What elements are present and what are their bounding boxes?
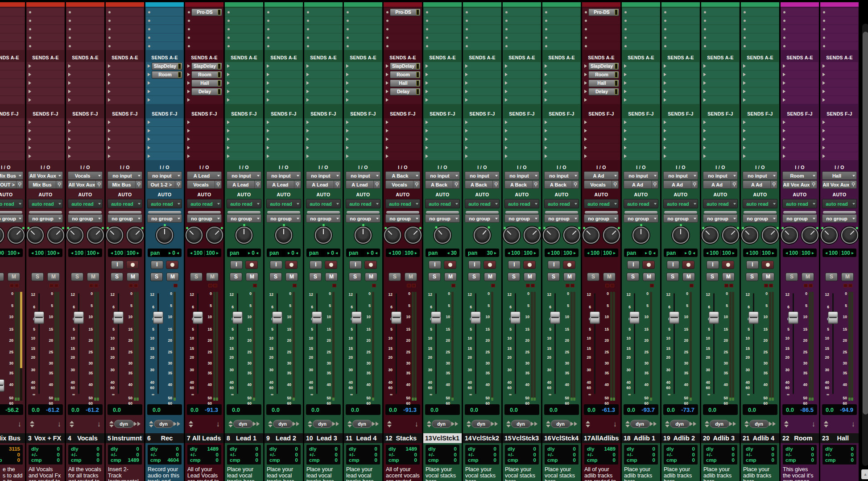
record-arm-button[interactable] [761, 261, 774, 269]
send-slot[interactable] [543, 127, 580, 135]
insert-slot[interactable] [66, 33, 104, 41]
send-slot[interactable] [463, 70, 501, 79]
send-slot[interactable] [622, 70, 660, 79]
solo-button[interactable]: S [190, 273, 203, 281]
send-slot[interactable] [503, 87, 541, 95]
pm-value[interactable]: 0 [772, 452, 774, 458]
pan-display[interactable]: pan▸0◂ [624, 249, 658, 257]
volume-display[interactable]: 0.0 [743, 404, 777, 415]
send-slot[interactable] [186, 135, 223, 143]
send-slot[interactable] [225, 87, 263, 95]
pan-knob[interactable] [87, 227, 104, 244]
input-selector[interactable]: no input [147, 171, 182, 180]
volume-display[interactable]: 0.0 [544, 404, 579, 415]
insert-slot[interactable] [543, 17, 580, 25]
pm-value[interactable]: 0 [732, 452, 735, 458]
insert-slot[interactable] [781, 33, 818, 41]
dyn-button[interactable]: dyn [749, 420, 769, 428]
volume-display[interactable]: 0.0-61.2 [28, 404, 63, 415]
send-slot[interactable] [106, 79, 144, 87]
dly-value[interactable]: 0 [176, 446, 179, 452]
insert-slot[interactable] [424, 25, 461, 33]
insert-slot[interactable] [424, 33, 461, 41]
send-button[interactable]: SlapDelay [390, 62, 421, 70]
mute-button[interactable]: M [762, 273, 774, 281]
volume-display[interactable]: 0.0 [346, 404, 380, 415]
dly-value[interactable]: 1489 [405, 446, 417, 452]
output-selector[interactable]: A Ad⚲ [743, 180, 777, 189]
insert-slot[interactable] [503, 25, 541, 33]
insert-slot[interactable] [543, 33, 580, 41]
pan-knob[interactable] [583, 227, 599, 244]
send-slot[interactable]: Room [186, 70, 223, 79]
send-slot[interactable] [622, 127, 660, 135]
send-button[interactable]: Delay [191, 88, 222, 95]
mute-button[interactable]: M [87, 273, 99, 281]
pan-display[interactable]: pan◂30 [426, 249, 459, 257]
dly-value[interactable]: 0 [811, 446, 814, 452]
mute-button[interactable]: M [444, 273, 457, 281]
insert-slot[interactable]: Pro-DS [186, 8, 223, 16]
send-slot[interactable]: Room [146, 70, 183, 79]
insert-slot[interactable] [384, 25, 422, 33]
send-slot[interactable]: SlapDelay [146, 62, 183, 70]
dyn-button[interactable]: dyn [670, 420, 690, 428]
send-slot[interactable] [821, 96, 858, 104]
narrow-view-arrow-icon[interactable]: ↓ [851, 420, 856, 428]
pan-knob[interactable] [27, 227, 44, 244]
track-name[interactable]: 20Adlib 3 [701, 433, 740, 443]
dly-value[interactable]: 0 [494, 446, 496, 452]
send-slot[interactable] [225, 152, 263, 160]
pan-knob[interactable] [474, 227, 491, 244]
insert-slot[interactable] [503, 42, 541, 50]
send-button[interactable]: Hall [588, 79, 619, 87]
record-arm-button[interactable] [126, 261, 139, 269]
dyn-button[interactable]: dyn [273, 420, 293, 428]
insert-slot[interactable] [106, 17, 144, 25]
fader-cap[interactable] [788, 311, 798, 324]
comment-area[interactable]: All of your adlib tracks are routed to [582, 466, 620, 481]
send-slot[interactable] [543, 62, 580, 70]
send-slot[interactable] [622, 144, 660, 152]
cmp-value[interactable]: 0 [811, 457, 814, 463]
send-slot[interactable] [662, 79, 699, 87]
dyn-graph-icon[interactable] [690, 422, 696, 426]
output-selector[interactable]: Out 1-2 >⚲ [147, 180, 182, 189]
send-slot[interactable] [186, 118, 223, 126]
output-selector[interactable]: Mix Bus⚲ [107, 180, 142, 189]
record-arm-button[interactable] [682, 261, 694, 269]
insert-slot[interactable] [781, 17, 818, 25]
insert-slot[interactable] [305, 42, 342, 50]
insert-slot[interactable] [702, 25, 739, 33]
fader-track[interactable] [674, 293, 675, 394]
solo-button[interactable]: S [230, 273, 242, 281]
insert-slot[interactable] [225, 33, 263, 41]
record-arm-button[interactable] [563, 261, 575, 269]
record-arm-button[interactable] [523, 261, 536, 269]
send-slot[interactable]: Hall [583, 79, 620, 87]
pan-knob[interactable] [672, 227, 689, 244]
insert-slot[interactable] [305, 33, 342, 41]
track-name[interactable]: 15VclStck3 [503, 433, 541, 443]
send-slot[interactable] [702, 127, 739, 135]
pm-value[interactable]: 0 [613, 452, 616, 458]
group-selector[interactable]: no group [504, 214, 539, 223]
mute-button[interactable]: M [166, 273, 179, 281]
track-name[interactable]: 9Lead 2 [265, 433, 303, 443]
pan-display[interactable]: ◂100100▸ [108, 249, 142, 257]
pan-knob[interactable] [702, 227, 719, 244]
solo-button[interactable]: S [428, 273, 441, 281]
send-button[interactable]: SlapDelay [588, 62, 619, 70]
send-slot[interactable] [0, 62, 25, 70]
track-name[interactable]: 16VclStck4 [542, 433, 581, 443]
send-slot[interactable] [424, 96, 461, 104]
send-button[interactable]: Room [152, 71, 182, 79]
insert-slot[interactable] [146, 8, 183, 16]
send-slot[interactable] [583, 118, 620, 126]
group-selector[interactable]: no group [465, 214, 500, 223]
input-monitor-button[interactable]: I [548, 261, 560, 269]
input-selector[interactable]: no input [425, 171, 460, 180]
automation-mode-button[interactable]: auto read [346, 199, 380, 208]
input-selector[interactable]: no input [663, 171, 698, 180]
fader-track[interactable] [237, 293, 238, 394]
